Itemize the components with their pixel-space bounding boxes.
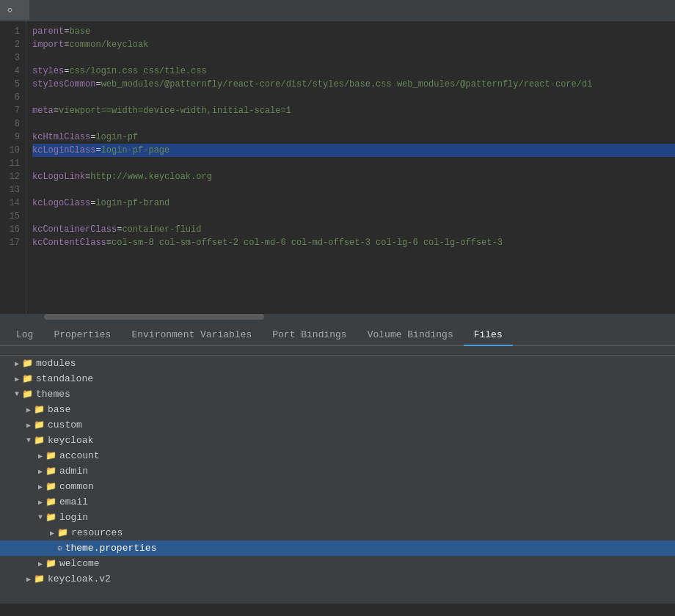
tree-arrow: ▶ [35,498,45,507]
tree-arrow: ▼ [12,390,22,398]
code-line-7: meta=viewport==width=device-width,initia… [32,104,675,117]
tree-arrow: ▶ [12,359,22,368]
breadcrumb [0,346,675,356]
tree-item-keycloak.v2[interactable]: ▶📁keycloak.v2 [0,571,675,587]
tree-item-common[interactable]: ▶📁common [0,479,675,494]
folder-icon: 📁 [22,373,33,384]
tree-item-label: theme.properties [65,543,157,554]
code-line-10: kcLoginClass=login-pf-page [32,144,675,157]
tree-arrow: ▶ [47,529,57,538]
tree-arrow: ▶ [23,421,34,430]
tree-item-label: base [48,404,70,415]
bottom-tabs: LogPropertiesEnvironment VariablesPort B… [0,320,675,346]
folder-icon: 📁 [34,419,45,430]
tree-arrow: ▶ [35,560,45,568]
folder-icon: 📁 [45,496,56,507]
tree-item-label: admin [59,466,88,477]
theme-properties-tab[interactable]: ⚙ [0,0,29,20]
editor-content: 1234567891011121314151617 parent=baseimp… [0,21,675,314]
bottom-tab-log[interactable]: Log [6,325,43,346]
code-line-16: kcContainerClass=container-fluid [32,223,675,236]
folder-icon: 📁 [45,466,56,477]
tab-bar: ⚙ [0,0,675,21]
tree-item-admin[interactable]: ▶📁admin [0,463,675,479]
code-line-8 [32,117,675,131]
tree-item-label: modules [36,358,76,369]
code-line-12: kcLogoLink=http://www.keycloak.org [32,170,675,183]
editor-scrollbar[interactable] [0,314,675,320]
code-line-4: styles=css/login.css css/tile.css [32,65,675,78]
tree-item-custom[interactable]: ▶📁custom [0,417,675,433]
folder-icon: 📁 [45,481,56,492]
tree-item-standalone[interactable]: ▶📁standalone [0,371,675,386]
code-line-1: parent=base [32,25,675,38]
tree-item-welcome[interactable]: ▶📁welcome [0,556,675,571]
tree-item-resources[interactable]: ▶📁resources [0,525,675,540]
code-line-14: kcLogoClass=login-pf-brand [32,197,675,210]
tree-item-base[interactable]: ▶📁base [0,402,675,417]
tree-arrow: ▼ [35,513,45,521]
tree-item-label: welcome [59,558,100,569]
code-line-17: kcContentClass=col-sm-8 col-sm-offset-2 … [32,236,675,249]
bottom-tab-files[interactable]: Files [464,325,513,346]
tree-item-account[interactable]: ▶📁account [0,448,675,463]
tab-icon: ⚙ [7,5,12,15]
folder-icon: 📁 [34,573,45,584]
tree-item-label: keycloak.v2 [48,573,111,584]
code-line-2: import=common/keycloak [32,38,675,51]
folder-icon: 📁 [22,389,33,400]
code-line-6 [32,91,675,104]
line-numbers: 1234567891011121314151617 [0,21,26,314]
tree-arrow: ▶ [12,375,22,384]
editor-area: 1234567891011121314151617 parent=baseimp… [0,21,675,314]
tree-arrow: ▶ [35,452,45,461]
file-tree[interactable]: ▶📁modules▶📁standalone▼📁themes▶📁base▶📁cus… [0,356,675,604]
tree-arrow: ▶ [35,483,45,491]
folder-icon: 📁 [45,512,56,523]
code-line-15 [32,210,675,223]
tree-item-themes[interactable]: ▼📁themes [0,386,675,402]
folder-icon: 📁 [34,404,45,415]
tree-item-label: keycloak [48,435,93,446]
tree-arrow: ▶ [23,406,34,414]
tree-item-keycloak[interactable]: ▼📁keycloak [0,433,675,448]
code-line-11 [32,157,675,170]
tree-item-theme.properties[interactable]: ⚙theme.properties [0,540,675,556]
bottom-tab-port-bindings[interactable]: Port Bindings [262,325,357,346]
folder-icon: 📁 [22,358,33,369]
tree-item-label: common [59,481,94,492]
code-line-5: stylesCommon=web_modules/@patternfly/rea… [32,78,675,91]
app-container: ⚙ 1234567891011121314151617 parent=basei… [0,0,675,604]
code-line-13 [32,183,675,197]
tree-arrow: ▶ [23,575,34,584]
tree-item-label: standalone [36,373,93,384]
tree-item-label: themes [36,389,70,400]
folder-icon: 📁 [34,435,45,446]
tree-item-login[interactable]: ▼📁login [0,510,675,525]
tree-item-label: email [59,496,88,507]
bottom-tab-volume-bindings[interactable]: Volume Bindings [357,325,464,346]
folder-icon: 📁 [45,450,56,461]
tree-item-label: account [59,450,100,461]
folder-icon: 📁 [57,527,68,538]
tree-arrow: ▶ [35,467,45,476]
tree-arrow: ▼ [23,436,34,444]
code-lines[interactable]: parent=baseimport=common/keycloakstyles=… [26,21,675,314]
file-icon: ⚙ [57,543,62,553]
tree-item-label: resources [71,527,123,538]
code-line-9: kcHtmlClass=login-pf [32,131,675,144]
bottom-tab-environment-variables[interactable]: Environment Variables [121,325,262,346]
tree-item-modules[interactable]: ▶📁modules [0,356,675,371]
folder-icon: 📁 [45,558,56,569]
bottom-tab-properties[interactable]: Properties [43,325,121,346]
tree-item-label: login [59,512,88,523]
tree-item-email[interactable]: ▶📁email [0,494,675,510]
tree-item-label: custom [48,419,82,430]
editor-scrollbar-thumb[interactable] [44,314,264,320]
code-line-3 [32,51,675,65]
